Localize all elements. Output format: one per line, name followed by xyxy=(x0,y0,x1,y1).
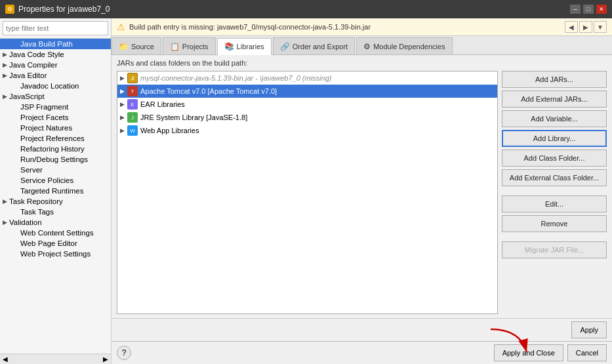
sidebar-item-label: Web Page Editor xyxy=(20,239,77,247)
build-path-label: JARs and class folders on the build path… xyxy=(117,59,607,67)
sidebar-item-server[interactable]: Server xyxy=(0,165,111,175)
jar-type-icon: T xyxy=(127,86,138,96)
sidebar-item-label: Run/Debug Settings xyxy=(20,155,88,163)
add-external-jars-button[interactable]: Add External JARs... xyxy=(502,91,607,108)
jar-item-web-app[interactable]: ▶WWeb App Libraries xyxy=(117,124,497,137)
filter-input[interactable] xyxy=(3,21,108,35)
warning-dropdown-button[interactable]: ▼ xyxy=(594,21,607,33)
tab-bar: 📁Source📋Projects📚Libraries🔗Order and Exp… xyxy=(112,36,612,55)
sidebar-item-label: Refactoring History xyxy=(20,145,85,153)
warning-next-button[interactable]: ▶ xyxy=(579,21,592,33)
add-library-button[interactable]: Add Library... xyxy=(502,130,607,147)
sidebar-item-javascript[interactable]: ▶JavaScript xyxy=(0,91,111,102)
jar-item-jre-system[interactable]: ▶JJRE System Library [JavaSE-1.8] xyxy=(117,111,497,124)
add-jars-button[interactable]: Add JARs... xyxy=(502,71,607,88)
sidebar-item-web-project-settings[interactable]: Web Project Settings xyxy=(0,249,111,259)
add-class-folder-button[interactable]: Add Class Folder... xyxy=(502,150,607,167)
apply-button[interactable]: Apply xyxy=(571,321,607,338)
jar-type-icon: E xyxy=(127,99,138,110)
sidebar-item-project-natures[interactable]: Project Natures xyxy=(0,123,111,133)
sidebar-item-label: Project References xyxy=(20,134,85,142)
jar-type-icon: J xyxy=(127,112,138,123)
apply-and-close-button[interactable]: Apply and Close xyxy=(494,344,563,361)
cancel-button[interactable]: Cancel xyxy=(567,344,607,361)
tab-order-export[interactable]: 🔗Order and Export xyxy=(273,37,355,54)
sidebar-scroll-left[interactable]: ◀ xyxy=(3,355,8,363)
tab-icon-order-export: 🔗 xyxy=(280,42,290,51)
filter-box xyxy=(0,18,111,39)
sidebar-item-javadoc-location[interactable]: Javadoc Location xyxy=(0,81,111,91)
sidebar-expand-icon: ▶ xyxy=(3,93,7,100)
tab-label-order-export: Order and Export xyxy=(293,43,348,51)
sidebar-item-java-code-style[interactable]: ▶Java Code Style xyxy=(0,49,111,60)
add-external-class-folder-button[interactable]: Add External Class Folder... xyxy=(502,169,607,186)
sidebar-item-label: Task Tags xyxy=(20,208,54,216)
sidebar-item-run-debug-settings[interactable]: Run/Debug Settings xyxy=(0,154,111,165)
sidebar-item-java-editor[interactable]: ▶Java Editor xyxy=(0,70,111,81)
sidebar-scroll-right[interactable]: ▶ xyxy=(103,355,108,363)
sidebar-item-web-page-editor[interactable]: Web Page Editor xyxy=(0,238,111,249)
edit-button[interactable]: Edit... xyxy=(502,195,607,212)
sidebar-item-web-content-settings[interactable]: Web Content Settings xyxy=(0,228,111,238)
tab-icon-libraries: 📚 xyxy=(224,42,234,51)
tab-module-dependencies[interactable]: ⚙Module Dependencies xyxy=(356,37,452,54)
jar-label: Web App Libraries xyxy=(140,127,495,134)
title-bar: ⚙ Properties for javaweb7_0 ─ □ ✕ xyxy=(0,0,612,18)
sidebar-item-label: Service Policies xyxy=(20,176,73,184)
sidebar-item-label: JavaScript xyxy=(9,92,45,100)
sidebar-item-java-build-path[interactable]: Java Build Path xyxy=(0,39,111,49)
sidebar-item-label: Web Project Settings xyxy=(20,250,91,258)
tab-libraries[interactable]: 📚Libraries xyxy=(217,38,272,55)
minimize-button[interactable]: ─ xyxy=(570,5,581,14)
add-variable-button[interactable]: Add Variable... xyxy=(502,110,607,127)
sidebar-item-task-tags[interactable]: Task Tags xyxy=(0,207,111,217)
jar-label: JRE System Library [JavaSE-1.8] xyxy=(140,113,495,121)
close-button[interactable]: ✕ xyxy=(596,5,607,14)
tab-icon-source: 📁 xyxy=(119,42,129,51)
jar-expand-icon: ▶ xyxy=(120,75,125,81)
sidebar-item-label: Web Content Settings xyxy=(20,229,94,237)
maximize-button[interactable]: □ xyxy=(583,5,594,14)
tab-label-projects: Projects xyxy=(182,43,209,51)
bottom-bar: Apply xyxy=(112,318,612,341)
sidebar-item-label: JSP Fragment xyxy=(20,103,68,111)
footer: ? Apply and Close Cancel xyxy=(112,341,612,364)
right-panel: ⚠ Build path entry is missing: javaweb7_… xyxy=(112,18,612,364)
sidebar: Java Build Path▶Java Code Style▶Java Com… xyxy=(0,18,112,364)
jar-item-mysql-jar[interactable]: ▶Jmysql-connector-java-5.1.39-bin.jar - … xyxy=(117,71,497,85)
help-button[interactable]: ? xyxy=(117,346,131,360)
jar-item-ear-libraries[interactable]: ▶EEAR Libraries xyxy=(117,98,497,111)
tab-source[interactable]: 📁Source xyxy=(112,37,161,54)
warning-text: Build path entry is missing: javaweb7_0/… xyxy=(129,23,371,31)
tab-icon-module-dependencies: ⚙ xyxy=(363,42,371,51)
sidebar-item-validation[interactable]: ▶Validation xyxy=(0,217,111,228)
jar-type-icon: J xyxy=(127,73,138,83)
warning-icon: ⚠ xyxy=(117,22,125,32)
warning-prev-button[interactable]: ◀ xyxy=(565,21,578,33)
jar-expand-icon: ▶ xyxy=(120,127,125,134)
jar-expand-icon: ▶ xyxy=(120,88,125,94)
jar-item-apache-tomcat[interactable]: ▶TApache Tomcat v7.0 [Apache Tomcat v7.0… xyxy=(117,85,497,98)
sidebar-item-targeted-runtimes[interactable]: Targeted Runtimes xyxy=(0,186,111,196)
remove-button[interactable]: Remove xyxy=(502,215,607,232)
window-title: Properties for javaweb7_0 xyxy=(18,5,110,14)
jar-type-icon: W xyxy=(127,125,138,136)
migrate-jar-button[interactable]: Migrate JAR File... xyxy=(502,241,607,258)
sidebar-item-refactoring-history[interactable]: Refactoring History xyxy=(0,144,111,154)
tab-projects[interactable]: 📋Projects xyxy=(163,37,216,54)
sidebar-item-label: Validation xyxy=(9,218,42,226)
sidebar-item-jsp-fragment[interactable]: JSP Fragment xyxy=(0,102,111,112)
build-path-area: JARs and class folders on the build path… xyxy=(112,55,612,318)
sidebar-expand-icon: ▶ xyxy=(3,51,7,58)
warning-bar: ⚠ Build path entry is missing: javaweb7_… xyxy=(112,18,612,36)
sidebar-item-label: Project Facets xyxy=(20,113,69,121)
sidebar-item-project-facets[interactable]: Project Facets xyxy=(0,112,111,123)
sidebar-item-service-policies[interactable]: Service Policies xyxy=(0,175,111,186)
sidebar-item-label: Targeted Runtimes xyxy=(20,187,84,195)
sidebar-item-project-references[interactable]: Project References xyxy=(0,133,111,144)
sidebar-item-java-compiler[interactable]: ▶Java Compiler xyxy=(0,60,111,70)
sidebar-expand-icon: ▶ xyxy=(3,72,7,79)
sidebar-item-task-repository[interactable]: ▶Task Repository xyxy=(0,196,111,207)
sidebar-expand-icon: ▶ xyxy=(3,62,7,68)
tab-label-module-dependencies: Module Dependencies xyxy=(373,43,445,51)
